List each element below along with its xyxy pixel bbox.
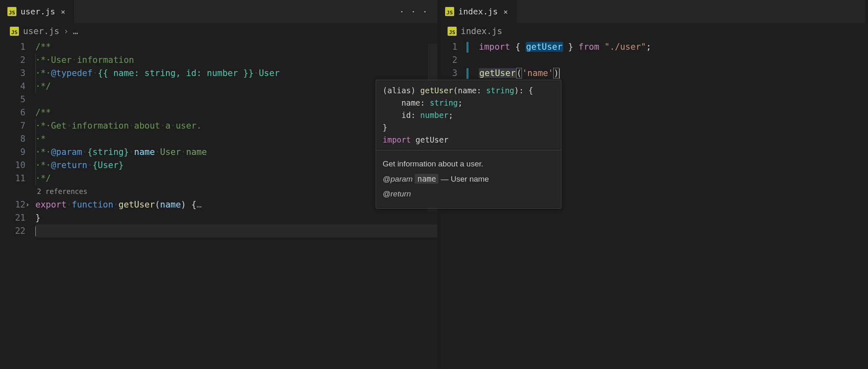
hover-tooltip: (alias) getUser(name: string): { name: s…	[376, 80, 561, 209]
code-editor[interactable]: 1 2 3 4 5 6 7 8 9 10 11 12 21 22 /** ·*·…	[0, 40, 437, 369]
tab-label: index.js	[458, 7, 498, 16]
js-file-icon: JS	[7, 7, 16, 16]
js-file-icon: JS	[448, 27, 457, 36]
breadcrumb-file: user.js	[23, 26, 60, 36]
chevron-right-icon: ›	[64, 26, 69, 36]
close-icon[interactable]: ×	[502, 7, 509, 16]
line-gutter: 1 2 3 4 5 6 7 8 9 10 11 12 21 22	[0, 40, 35, 369]
breadcrumb-rest: …	[73, 26, 78, 36]
tab-index-js[interactable]: JS index.js ×	[438, 0, 517, 23]
tab-bar: JS user.js × · · ·	[0, 0, 437, 23]
tab-user-js[interactable]: JS user.js ×	[0, 0, 74, 23]
editor-pane-left: JS user.js × · · · JS user.js › … 1 2 3 …	[0, 0, 438, 369]
breadcrumb[interactable]: JS user.js › …	[0, 23, 437, 40]
change-marker	[466, 42, 469, 53]
change-marker	[466, 68, 469, 79]
hover-documentation: Get information about a user. @param nam…	[376, 150, 561, 208]
breadcrumb[interactable]: JS index.js	[438, 23, 865, 40]
hover-signature: (alias) getUser(name: string): { name: s…	[376, 80, 561, 150]
tab-label: user.js	[21, 7, 55, 16]
chevron-right-icon[interactable]: ›	[25, 198, 30, 211]
breadcrumb-file: index.js	[461, 26, 502, 36]
close-icon[interactable]: ×	[59, 7, 67, 16]
tab-bar: JS index.js ×	[438, 0, 865, 23]
js-file-icon: JS	[10, 27, 19, 36]
js-file-icon: JS	[445, 7, 454, 16]
more-actions-icon[interactable]: · · ·	[390, 7, 437, 16]
